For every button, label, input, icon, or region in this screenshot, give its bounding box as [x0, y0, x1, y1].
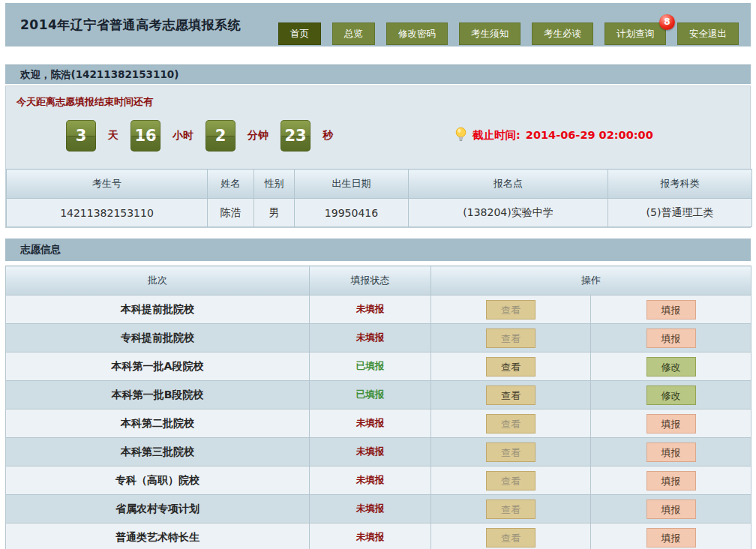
student-table-cell: 陈浩: [208, 199, 254, 227]
countdown-value-box: 16: [130, 120, 160, 152]
table-row: 本科提前批院校未填报查看填报: [6, 296, 752, 324]
fill-button[interactable]: 填报: [646, 300, 696, 320]
batch-name: 专科提前批院校: [6, 324, 310, 352]
view-button: 查看: [486, 471, 536, 490]
batch-name: 普通类艺术特长生: [6, 524, 310, 549]
welcome-text: 欢迎，陈浩(14211382153110): [20, 68, 178, 82]
volunteer-table-header-row: 批次 填报状态 操作: [6, 266, 752, 296]
nav-home[interactable]: 首页: [278, 22, 321, 45]
table-row: 专科（高职）院校未填报查看填报: [6, 466, 752, 495]
table-row: 省属农村专项计划未填报查看填报: [6, 495, 752, 524]
student-table-cell: 14211382153110: [7, 199, 208, 227]
batch-name: 本科第一批A段院校: [6, 352, 310, 381]
countdown-unit-label: 天: [108, 129, 118, 142]
page: 2014年辽宁省普通高考志愿填报系统 首页总览修改密码考生须知考生必读计划查询8…: [0, 0, 756, 549]
modify-button[interactable]: 修改: [646, 386, 696, 405]
student-table-header: 报名点: [409, 170, 608, 199]
status-text: 未填报: [310, 466, 431, 495]
top-header: 2014年辽宁省普通高考志愿填报系统 首页总览修改密码考生须知考生必读计划查询8…: [5, 3, 751, 46]
countdown-panel: 今天距离志愿填报结束时间还有 3天16小时2分钟23秒 截止时间: 2014-0…: [5, 86, 751, 228]
countdown-value-box: 2: [206, 120, 236, 152]
badge-count: 8: [659, 14, 675, 30]
countdown-row: 3天16小时2分钟23秒 截止时间: 2014-06-29 02:00:00: [6, 109, 750, 163]
view-button: 查看: [486, 528, 536, 548]
countdown-unit-label: 分钟: [248, 129, 268, 142]
batch-name: 本科第二批院校: [6, 410, 310, 438]
student-table-value-row: 14211382153110陈浩男19950416(138204)实验中学(5)…: [7, 199, 752, 227]
status-text: 未填报: [310, 524, 431, 549]
student-table-cell: (5)普通理工类: [608, 199, 752, 227]
nav-plan-query[interactable]: 计划查询8: [604, 22, 666, 45]
col-header-action: 操作: [431, 266, 752, 296]
nav-bar: 首页总览修改密码考生须知考生必读计划查询8安全退出: [278, 22, 739, 45]
table-row: 普通类艺术特长生未填报查看填报: [6, 524, 752, 549]
student-table-cell: (138204)实验中学: [409, 199, 608, 227]
modify-button[interactable]: 修改: [646, 357, 696, 376]
batch-name: 专科（高职）院校: [6, 466, 310, 495]
welcome-bar: 欢迎，陈浩(14211382153110): [5, 64, 751, 84]
volunteer-section-title: 志愿信息: [20, 243, 61, 256]
student-table-header: 性别: [254, 170, 295, 199]
col-header-batch: 批次: [6, 266, 310, 296]
nav-safe-logout[interactable]: 安全退出: [677, 22, 739, 45]
view-button: 查看: [486, 500, 536, 519]
countdown-value-box: 3: [66, 120, 96, 152]
fill-button[interactable]: 填报: [646, 500, 696, 519]
bulb-icon: [454, 127, 467, 143]
fill-button[interactable]: 填报: [646, 442, 696, 462]
batch-name: 本科提前批院校: [6, 296, 310, 324]
status-text: 未填报: [310, 324, 431, 352]
student-table-header: 报考科类: [608, 170, 752, 199]
batch-name: 本科第一批B段院校: [6, 381, 310, 410]
student-table-header: 出生日期: [295, 170, 409, 199]
fill-button[interactable]: 填报: [646, 414, 696, 434]
deadline-value: 2014-06-29 02:00:00: [526, 129, 653, 141]
table-row: 本科第一批A段院校已填报查看修改: [6, 352, 752, 381]
student-table-header: 考生号: [7, 170, 208, 199]
volunteer-table: 批次 填报状态 操作 本科提前批院校未填报查看填报专科提前批院校未填报查看填报本…: [5, 266, 752, 549]
status-text: 未填报: [310, 410, 431, 438]
volunteer-table-body: 本科提前批院校未填报查看填报专科提前批院校未填报查看填报本科第一批A段院校已填报…: [6, 296, 752, 549]
student-table-header-row: 考生号姓名性别出生日期报名点报考科类: [7, 170, 752, 199]
countdown-label: 今天距离志愿填报结束时间还有: [6, 86, 750, 109]
nav-candidate-notice[interactable]: 考生须知: [459, 22, 520, 45]
fill-button[interactable]: 填报: [646, 471, 696, 490]
batch-name: 省属农村专项计划: [6, 495, 310, 524]
col-header-status: 填报状态: [310, 266, 431, 296]
batch-name: 本科第三批院校: [6, 438, 310, 466]
status-text: 未填报: [310, 438, 431, 466]
table-row: 本科第二批院校未填报查看填报: [6, 410, 752, 438]
status-text: 未填报: [310, 495, 431, 524]
view-button[interactable]: 查看: [486, 357, 536, 376]
status-text: 未填报: [310, 296, 431, 324]
table-row: 本科第一批B段院校已填报查看修改: [6, 381, 752, 410]
student-table-cell: 19950416: [295, 199, 409, 227]
view-button: 查看: [486, 414, 536, 434]
view-button: 查看: [486, 300, 536, 320]
fill-button[interactable]: 填报: [646, 528, 696, 548]
table-row: 本科第三批院校未填报查看填报: [6, 438, 752, 466]
deadline: 截止时间: 2014-06-29 02:00:00: [454, 127, 653, 143]
status-text: 已填报: [310, 352, 431, 381]
student-table-cell: 男: [254, 199, 295, 227]
view-button[interactable]: 查看: [486, 386, 536, 405]
nav-candidate-must-read[interactable]: 考生必读: [532, 22, 593, 45]
fill-button[interactable]: 填报: [646, 328, 696, 348]
student-table-header: 姓名: [208, 170, 254, 199]
status-text: 已填报: [310, 381, 431, 410]
view-button: 查看: [486, 442, 536, 462]
deadline-label: 截止时间:: [472, 128, 520, 142]
volunteer-section-bar: 志愿信息: [5, 238, 751, 261]
page-title: 2014年辽宁省普通高考志愿填报系统: [20, 16, 241, 34]
table-row: 专科提前批院校未填报查看填报: [6, 324, 752, 352]
countdown-value-box: 23: [280, 120, 310, 152]
student-info-table: 考生号姓名性别出生日期报名点报考科类 14211382153110陈浩男1995…: [6, 169, 752, 227]
nav-overview[interactable]: 总览: [332, 22, 375, 45]
countdown-unit-label: 秒: [322, 129, 333, 142]
view-button: 查看: [486, 328, 536, 348]
countdown-unit-label: 小时: [172, 129, 194, 142]
nav-change-password[interactable]: 修改密码: [386, 22, 448, 45]
